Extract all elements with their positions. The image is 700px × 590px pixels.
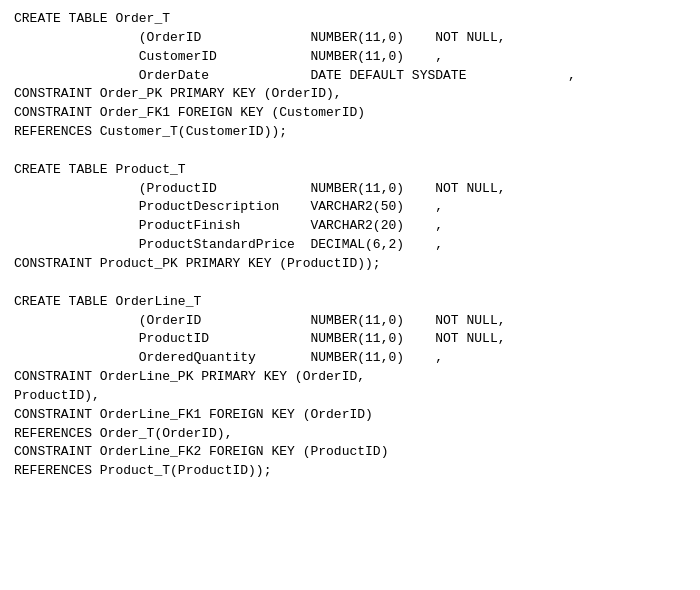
sql-code-block: CREATE TABLE Order_T (OrderID NUMBER(11,… xyxy=(0,0,700,590)
